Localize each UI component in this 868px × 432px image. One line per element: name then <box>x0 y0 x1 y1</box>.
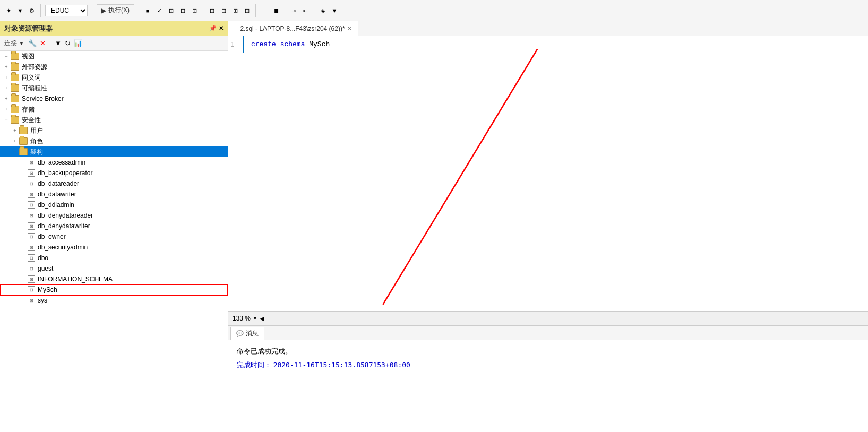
expand-icon-tongyici[interactable]: + <box>2 73 11 82</box>
chevron-down-icon: ▼ <box>19 41 24 46</box>
table3-icon[interactable]: ⊞ <box>243 6 251 15</box>
expand-icon-db_denydatawriter[interactable] <box>19 222 28 230</box>
separator-3 <box>139 4 139 17</box>
align-icon[interactable]: ≡ <box>260 6 269 15</box>
tree-item-jiaose[interactable]: +角色 <box>0 136 228 146</box>
layout-icon[interactable]: ⊞ <box>208 6 216 15</box>
stop-icon[interactable]: ■ <box>143 6 152 15</box>
grid2-icon[interactable]: ⊞ <box>219 6 228 15</box>
more-icon[interactable]: ▼ <box>330 6 339 15</box>
expand-icon-information_schema[interactable] <box>19 275 28 283</box>
separator-4 <box>203 4 203 17</box>
expand-icon-db_datareader[interactable] <box>19 179 28 188</box>
activity-icon[interactable]: 📊 <box>74 39 82 47</box>
expand-icon-kebianchen[interactable]: + <box>2 84 11 92</box>
tree-item-tongyici[interactable]: +同义词 <box>0 72 228 83</box>
tree-item-db_owner[interactable]: ⊡db_owner <box>0 231 228 242</box>
tree-item-shitu[interactable]: −视图 <box>0 51 228 62</box>
database-dropdown[interactable]: EDUC <box>45 5 88 16</box>
expand-icon-yonghu[interactable]: + <box>11 126 19 135</box>
outdent-icon[interactable]: ⇤ <box>301 6 310 15</box>
sql-file-icon: ≡ <box>235 25 238 32</box>
tree-item-information_schema[interactable]: ⊡INFORMATION_SCHEMA <box>0 274 228 284</box>
comment-icon[interactable]: ◈ <box>319 6 327 15</box>
main-toolbar: ✦ ▼ ⚙ EDUC ▶ 执行(X) ■ ✓ ⊞ ⊟ ⊡ ⊞ ⊞ ⊞ ⊞ ≡ ≣… <box>0 0 868 21</box>
expand-icon-jiaose[interactable]: + <box>11 137 19 145</box>
tree-item-mysch[interactable]: ⊡MySch <box>0 284 228 295</box>
expand-icon-anquanxing[interactable]: − <box>2 116 11 124</box>
scroll-left-icon[interactable]: ◀ <box>260 315 264 322</box>
connect-button[interactable]: 连接 ▼ <box>3 38 25 49</box>
tree-item-kebianchen[interactable]: +可编程性 <box>0 83 228 93</box>
cursor-icon: ✦ <box>4 6 13 15</box>
tree-item-db_securityadmin[interactable]: ⊡db_securityadmin <box>0 242 228 253</box>
tree-item-cunchu[interactable]: +存储 <box>0 104 228 115</box>
tree-label-db_datareader: db_datareader <box>38 180 79 187</box>
expand-icon-mysch[interactable] <box>19 286 28 294</box>
grid-icon[interactable]: ⊞ <box>167 6 175 15</box>
tree-item-sys[interactable]: ⊡sys <box>0 295 228 306</box>
expand-icon-db_owner[interactable] <box>19 232 28 241</box>
tree-item-db_datareader[interactable]: ⊡db_datareader <box>0 178 228 189</box>
tree-item-jiagou[interactable]: −架构 <box>0 146 228 157</box>
sql-schema-keyword: schema <box>280 40 305 48</box>
expand-icon-db_securityadmin[interactable] <box>19 243 28 252</box>
tree-item-servicebroker[interactable]: +Service Broker <box>0 93 228 104</box>
tree-item-anquanxing[interactable]: −安全性 <box>0 115 228 125</box>
expand-icon-db_denydatareader[interactable] <box>19 211 28 220</box>
filter-icon: ▼ <box>16 6 24 15</box>
code-editor[interactable]: 1 create schema MySch <box>228 36 868 311</box>
close-icon[interactable]: ✕ <box>219 25 224 32</box>
table-icon[interactable]: ⊟ <box>178 6 187 15</box>
expand-icon-dbo[interactable] <box>19 254 28 262</box>
expand-icon-db_ddladmin[interactable] <box>19 201 28 209</box>
indent-icon[interactable]: ⇥ <box>289 6 298 15</box>
expand-icon-db_accessadmin[interactable] <box>19 158 28 167</box>
zoom-dropdown-icon[interactable]: ▼ <box>253 316 257 321</box>
tree-item-guest[interactable]: ⊡guest <box>0 263 228 274</box>
disconnect-icon[interactable]: ✕ <box>40 39 46 47</box>
tab-close-button[interactable]: ✕ <box>347 25 351 31</box>
expand-icon-servicebroker[interactable]: + <box>2 94 11 103</box>
tree-label-mysch: MySch <box>38 286 57 293</box>
panel-icon[interactable]: ⊡ <box>190 6 199 15</box>
tree-item-db_ddladmin[interactable]: ⊡db_ddladmin <box>0 200 228 210</box>
pin-icon[interactable]: 📌 <box>209 25 217 32</box>
format-icon[interactable]: ≣ <box>272 6 280 15</box>
editor-tab[interactable]: ≡ 2.sql - LAPTOP-8...F43\zsr204 (62))* ✕ <box>228 21 358 36</box>
folder-icon-servicebroker <box>11 95 19 102</box>
expand-icon-cunchu[interactable]: + <box>2 105 11 114</box>
expand-icon-jiagou[interactable]: − <box>11 148 19 156</box>
tree-item-db_denydatareader[interactable]: ⊡db_denydatareader <box>0 210 228 221</box>
message-icon: 💬 <box>236 330 244 337</box>
tree-label-yonghu: 用户 <box>30 126 43 135</box>
code-content[interactable]: create schema MySch <box>247 36 868 311</box>
expand-icon-sys[interactable] <box>19 296 28 305</box>
properties-icon[interactable]: 🔧 <box>28 39 37 47</box>
tree-item-dbo[interactable]: ⊡dbo <box>0 253 228 263</box>
expand-icon-shitu[interactable]: − <box>2 52 11 61</box>
tree-item-db_datawriter[interactable]: ⊡db_datawriter <box>0 189 228 200</box>
expand-icon-db_datawriter[interactable] <box>19 190 28 198</box>
tree-item-yonghu[interactable]: +用户 <box>0 125 228 136</box>
tree-label-dbo: dbo <box>38 254 48 262</box>
table2-icon[interactable]: ⊞ <box>231 6 239 15</box>
tree-label-jiaose: 角色 <box>30 137 43 146</box>
tree-item-db_accessadmin[interactable]: ⊡db_accessadmin <box>0 157 228 168</box>
tree-label-kebianchen: 可编程性 <box>22 84 47 93</box>
tree-container[interactable]: −视图+外部资源+同义词+可编程性+Service Broker+存储−安全性+… <box>0 51 228 432</box>
check-icon[interactable]: ✓ <box>155 6 164 15</box>
tree-item-db_backupoperator[interactable]: ⊡db_backupoperator <box>0 168 228 178</box>
execute-button[interactable]: ▶ 执行(X) <box>97 4 134 16</box>
expand-icon-guest[interactable] <box>19 264 28 273</box>
filter-tree-icon[interactable]: ▼ <box>55 39 62 47</box>
messages-tab[interactable]: 💬 消息 <box>230 327 264 340</box>
tree-label-cunchu: 存储 <box>22 105 35 114</box>
tree-label-db_owner: db_owner <box>38 233 66 240</box>
expand-icon-waibuziyuan[interactable]: + <box>2 63 11 71</box>
refresh-icon[interactable]: ↻ <box>65 39 71 47</box>
tree-item-db_denydatawriter[interactable]: ⊡db_denydatawriter <box>0 221 228 231</box>
schema-icon-db_backupoperator: ⊡ <box>28 169 35 177</box>
expand-icon-db_backupoperator[interactable] <box>19 169 28 177</box>
tree-item-waibuziyuan[interactable]: +外部资源 <box>0 62 228 72</box>
